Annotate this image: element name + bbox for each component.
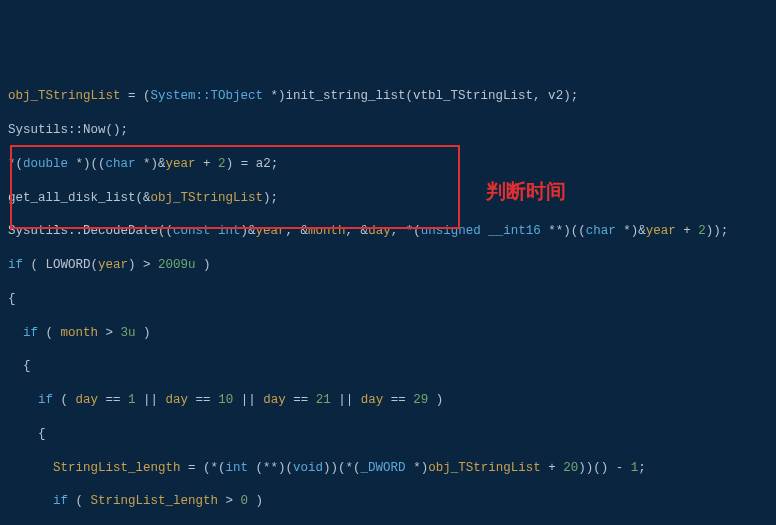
code-line: get_all_disk_list(&obj_TStringList);	[8, 190, 768, 207]
code-line: {	[8, 426, 768, 443]
code-line: {	[8, 291, 768, 308]
code-line: if ( day == 1 || day == 10 || day == 21 …	[8, 392, 768, 409]
code-line: if ( StringList_length > 0 )	[8, 493, 768, 510]
code-line: {	[8, 358, 768, 375]
code-line: *(double *)((char *)&year + 2) = a2;	[8, 156, 768, 173]
code-line: Sysutils::DecodeDate((const int)&year, &…	[8, 223, 768, 240]
code-line: Sysutils::Now();	[8, 122, 768, 139]
code-line: obj_TStringList = (System::TObject *)ini…	[8, 88, 768, 105]
identifier: obj_TStringList	[8, 89, 121, 103]
code-viewer: obj_TStringList = (System::TObject *)ini…	[8, 72, 768, 526]
code-line: if ( LOWORD(year) > 2009u )	[8, 257, 768, 274]
code-line: StringList_length = (*(int (**)(void))(*…	[8, 460, 768, 477]
code-line: if ( month > 3u )	[8, 325, 768, 342]
